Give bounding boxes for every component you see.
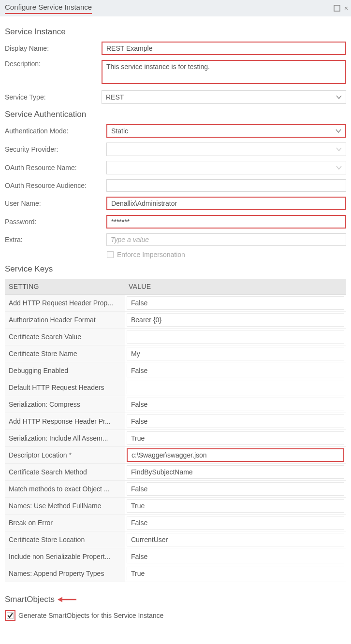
generate-smartobjects-label: Generate SmartObjects for this Service I… xyxy=(18,612,163,619)
value-input[interactable] xyxy=(127,381,344,394)
value-input[interactable] xyxy=(127,364,344,377)
value-cell xyxy=(125,464,346,481)
oauth-resource-select[interactable] xyxy=(106,161,346,174)
table-row: Default HTTP Request Headers xyxy=(5,379,346,396)
setting-cell: Descriptor Location * xyxy=(5,447,125,464)
section-smartobjects: SmartObjects xyxy=(5,595,55,604)
enforce-impersonation-label: Enforce Impersonation xyxy=(117,251,185,258)
chevron-down-icon xyxy=(335,164,343,172)
value-cell xyxy=(125,515,346,531)
value-input[interactable] xyxy=(127,533,344,546)
value-cell xyxy=(125,481,346,498)
setting-cell: Serialization: Include All Assem... xyxy=(5,430,125,447)
value-cell xyxy=(125,548,346,565)
table-row: Debugging Enabled xyxy=(5,362,346,379)
section-service-keys: Service Keys xyxy=(5,264,346,274)
table-row: Certificate Store Location xyxy=(5,531,346,548)
table-row: Authorization Header Format xyxy=(5,312,346,329)
oauth-resource-label: OAuth Resource Name: xyxy=(5,164,106,172)
setting-cell: Default HTTP Request Headers xyxy=(5,379,125,396)
value-cell xyxy=(125,413,346,430)
setting-cell: Debugging Enabled xyxy=(5,362,125,379)
arrow-left-icon xyxy=(58,595,77,604)
display-name-label: Display Name: xyxy=(5,44,102,52)
display-name-input[interactable] xyxy=(102,42,346,55)
value-input[interactable] xyxy=(127,313,344,327)
section-service-auth: Service Authentication xyxy=(5,110,346,119)
setting-cell: Match methods to exact Object ... xyxy=(5,481,125,498)
col-value: VALUE xyxy=(125,279,346,295)
close-icon[interactable] xyxy=(344,4,348,13)
auth-mode-select[interactable]: Static xyxy=(106,124,346,138)
value-input[interactable] xyxy=(127,550,344,563)
service-type-select[interactable]: REST xyxy=(102,90,346,104)
setting-cell: Names: Use Method FullName xyxy=(5,498,125,515)
table-row: Add HTTP Response Header Pr... xyxy=(5,413,346,430)
table-row: Certificate Store Name xyxy=(5,345,346,362)
setting-cell: Certificate Search Method xyxy=(5,464,125,481)
enforce-impersonation-checkbox[interactable] xyxy=(106,251,114,258)
svg-marker-4 xyxy=(58,597,62,602)
col-setting: SETTING xyxy=(5,279,125,295)
oauth-audience-label: OAuth Resource Audience: xyxy=(5,182,106,189)
svg-rect-0 xyxy=(334,5,340,11)
generate-smartobjects-checkbox[interactable] xyxy=(6,612,14,619)
service-keys-table: SETTING VALUE Add HTTP Request Header Pr… xyxy=(5,279,346,582)
password-input[interactable] xyxy=(106,215,346,229)
dialog-title: Configure Service Instance xyxy=(5,3,92,14)
description-input[interactable]: This service instance is for testing. xyxy=(102,60,346,84)
value-cell xyxy=(125,531,346,548)
value-cell xyxy=(125,362,346,379)
value-cell xyxy=(125,312,346,329)
value-input[interactable] xyxy=(127,347,344,360)
value-input[interactable] xyxy=(127,499,344,513)
value-input[interactable] xyxy=(127,482,344,496)
value-input[interactable] xyxy=(127,448,344,462)
user-name-label: User Name: xyxy=(5,200,106,207)
value-input[interactable] xyxy=(127,516,344,530)
security-provider-select[interactable] xyxy=(106,143,346,156)
setting-cell: Authorization Header Format xyxy=(5,312,125,329)
table-row: Certificate Search Value xyxy=(5,329,346,345)
maximize-icon[interactable] xyxy=(333,4,341,13)
table-row: Serialization: Compress xyxy=(5,396,346,413)
user-name-input[interactable] xyxy=(106,197,346,210)
setting-cell: Add HTTP Response Header Pr... xyxy=(5,413,125,430)
generate-smartobjects-highlight xyxy=(5,610,15,621)
table-row: Names: Append Property Types xyxy=(5,565,346,582)
value-cell xyxy=(125,447,346,464)
setting-cell: Names: Append Property Types xyxy=(5,565,125,582)
password-label: Password: xyxy=(5,218,106,226)
table-row: Add HTTP Request Header Prop... xyxy=(5,295,346,312)
table-row: Break on Error xyxy=(5,515,346,531)
value-input[interactable] xyxy=(127,398,344,411)
chevron-down-icon xyxy=(335,93,343,101)
setting-cell: Certificate Store Location xyxy=(5,531,125,548)
extra-input[interactable] xyxy=(106,233,346,246)
value-input[interactable] xyxy=(127,296,344,310)
chevron-down-icon xyxy=(335,127,342,135)
value-input[interactable] xyxy=(127,567,344,580)
setting-cell: Add HTTP Request Header Prop... xyxy=(5,295,125,312)
value-cell xyxy=(125,345,346,362)
table-row: Include non Serializable Propert... xyxy=(5,548,346,565)
title-bar: Configure Service Instance xyxy=(0,0,351,16)
value-input[interactable] xyxy=(127,330,344,343)
security-provider-label: Security Provider: xyxy=(5,145,106,153)
auth-mode-label: Authentication Mode: xyxy=(5,127,106,135)
value-cell xyxy=(125,498,346,515)
value-input[interactable] xyxy=(127,431,344,445)
chevron-down-icon xyxy=(335,145,343,153)
value-input[interactable] xyxy=(127,415,344,428)
description-label: Description: xyxy=(5,60,102,68)
auth-mode-value: Static xyxy=(111,127,128,135)
value-cell xyxy=(125,379,346,396)
setting-cell: Include non Serializable Propert... xyxy=(5,548,125,565)
value-cell xyxy=(125,396,346,413)
table-row: Descriptor Location * xyxy=(5,447,346,464)
section-service-instance: Service Instance xyxy=(5,27,346,37)
value-input[interactable] xyxy=(127,465,344,479)
setting-cell: Certificate Store Name xyxy=(5,345,125,362)
oauth-audience-input[interactable] xyxy=(106,179,346,192)
service-type-value: REST xyxy=(106,93,124,101)
